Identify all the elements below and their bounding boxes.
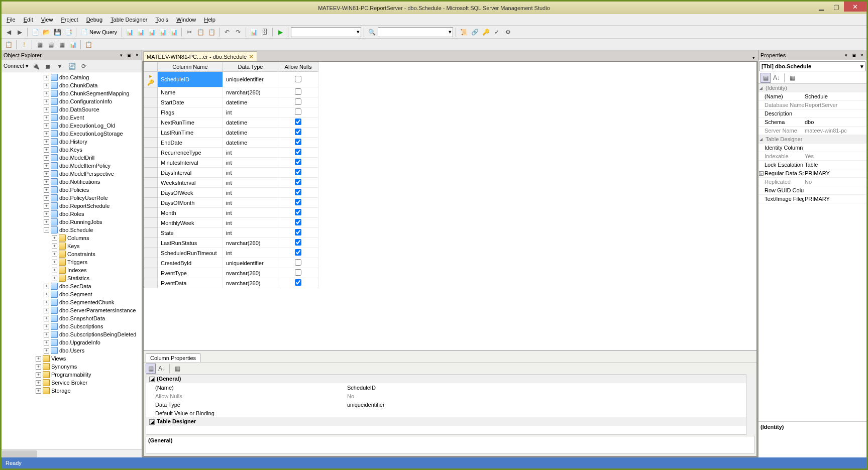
expand-icon[interactable]: − (44, 227, 49, 233)
allow-nulls-checkbox[interactable] (295, 88, 301, 95)
new-project-icon[interactable]: 📄 (30, 27, 40, 37)
column-name-cell[interactable]: EndDate (158, 138, 223, 148)
results-icon[interactable]: ▦ (57, 40, 67, 50)
allow-nulls-checkbox[interactable] (295, 209, 301, 215)
table-row[interactable]: StartDatedatetime (144, 97, 752, 107)
expand-icon[interactable]: + (44, 163, 49, 169)
expand-icon[interactable]: + (44, 211, 49, 217)
tree-folder[interactable]: +Keys (2, 242, 142, 250)
expand-icon[interactable]: + (44, 340, 49, 345)
table-designer-grid[interactable]: Column Name Data Type Allow Nulls ▸🔑Sche… (143, 61, 751, 351)
tree-table[interactable]: +dbo.Roles (2, 210, 142, 218)
tree-table[interactable]: +dbo.Segment (2, 290, 142, 298)
column-properties-grid[interactable]: ◢(General) (Name)ScheduleID Allow NullsN… (146, 374, 746, 408)
relations-icon[interactable]: 🔗 (470, 27, 480, 37)
close-panel-icon[interactable]: ✕ (134, 52, 141, 59)
allow-nulls-checkbox[interactable] (295, 249, 301, 256)
paste-icon[interactable]: 📋 (206, 27, 216, 37)
row-header[interactable] (144, 97, 158, 107)
column-name-cell[interactable]: LastRunTime (158, 128, 223, 138)
expand-icon[interactable]: + (44, 99, 49, 104)
expand-icon[interactable]: + (44, 131, 49, 137)
tree-folder[interactable]: +Constraints (2, 250, 142, 258)
nav-fwd-icon[interactable]: ▶ (15, 27, 25, 37)
column-name-cell[interactable]: DaysOfWeek (158, 188, 223, 198)
undo-icon[interactable]: ↶ (222, 27, 232, 37)
allow-nulls-cell[interactable] (278, 72, 318, 87)
expand-icon[interactable]: + (44, 324, 49, 329)
allow-nulls-cell[interactable] (278, 97, 318, 107)
column-name-cell[interactable]: Name (158, 87, 223, 97)
text-icon[interactable]: ▤ (46, 40, 56, 50)
dropdown-icon[interactable]: ▾ (118, 52, 125, 59)
filter-icon[interactable]: ▼ (55, 61, 65, 71)
sync-icon[interactable]: ⟳ (79, 61, 89, 71)
allow-nulls-checkbox[interactable] (295, 76, 301, 82)
row-header[interactable] (144, 268, 158, 278)
tree-table[interactable]: +dbo.ConfigurationInfo (2, 97, 142, 105)
table-row[interactable]: ▸🔑ScheduleIDuniqueidentifier (144, 72, 752, 87)
tree-table[interactable]: +dbo.RunningJobs (2, 218, 142, 226)
column-type-cell[interactable]: int (223, 158, 278, 168)
tree-folder[interactable]: +Views (2, 355, 142, 363)
expand-icon[interactable]: + (44, 107, 49, 112)
col-header-name[interactable]: Column Name (158, 62, 223, 72)
document-tab[interactable]: MATEEV-WIN81-PC....er - dbo.Schedule ✕ (143, 51, 257, 61)
allow-nulls-checkbox[interactable] (295, 159, 301, 165)
expand-icon[interactable]: + (52, 276, 57, 281)
menu-table-designer[interactable]: Table Designer (107, 16, 150, 24)
column-type-cell[interactable]: uniqueidentifier (223, 72, 278, 87)
tree-table[interactable]: +dbo.ServerParametersInstance (2, 306, 142, 314)
allow-nulls-cell[interactable] (278, 218, 318, 228)
allow-nulls-cell[interactable] (278, 268, 318, 278)
column-type-cell[interactable]: nvarchar(260) (223, 278, 278, 288)
menu-file[interactable]: File (4, 16, 19, 24)
table-row[interactable]: MinutesIntervalint (144, 158, 752, 168)
table-row[interactable]: DaysIntervalint (144, 168, 752, 178)
expand-icon[interactable]: + (44, 155, 49, 161)
tree-folder[interactable]: +Service Broker (2, 379, 142, 387)
row-header[interactable] (144, 228, 158, 238)
tree-table[interactable]: +dbo.SegmentedChunk (2, 298, 142, 306)
tree-table[interactable]: +dbo.ModelPerspective (2, 170, 142, 178)
expand-icon[interactable]: + (44, 332, 49, 337)
allow-nulls-cell[interactable] (278, 168, 318, 178)
column-name-cell[interactable]: NextRunTime (158, 118, 223, 128)
menu-tools[interactable]: Tools (152, 16, 171, 24)
vertical-scrollbar[interactable] (746, 374, 751, 408)
menu-project[interactable]: Project (58, 16, 81, 24)
table-row[interactable]: EventDatanvarchar(260) (144, 278, 752, 288)
column-name-cell[interactable]: CreatedById (158, 258, 223, 268)
column-name-cell[interactable]: DaysInterval (158, 168, 223, 178)
registered-icon[interactable]: 🗄 (260, 27, 270, 37)
column-name-cell[interactable]: StartDate (158, 97, 223, 107)
grid-icon[interactable]: ▦ (35, 40, 45, 50)
column-type-cell[interactable]: datetime (223, 118, 278, 128)
table-row[interactable]: RecurrenceTypeint (144, 148, 752, 158)
stop-icon[interactable]: ◼ (43, 61, 53, 71)
column-properties-tab[interactable]: Column Properties (146, 354, 200, 362)
row-header[interactable] (144, 158, 158, 168)
expand-icon[interactable]: + (52, 260, 57, 265)
table-row[interactable]: Monthint (144, 208, 752, 218)
column-name-cell[interactable]: MonthlyWeek (158, 218, 223, 228)
expand-icon[interactable]: + (52, 268, 57, 273)
allow-nulls-cell[interactable] (278, 258, 318, 268)
tree-folder[interactable]: +Programmability (2, 371, 142, 379)
tree-table[interactable]: +dbo.UpgradeInfo (2, 338, 142, 346)
allow-nulls-checkbox[interactable] (295, 139, 301, 145)
column-type-cell[interactable]: int (223, 148, 278, 158)
row-header[interactable] (144, 128, 158, 138)
tree-folder[interactable]: +Statistics (2, 274, 142, 282)
table-row[interactable]: MonthlyWeekint (144, 218, 752, 228)
continue-icon[interactable]: ▶ (275, 27, 285, 37)
expand-icon[interactable]: + (36, 364, 41, 370)
column-name-cell[interactable]: Month (158, 208, 223, 218)
table-row[interactable]: EventTypenvarchar(260) (144, 268, 752, 278)
expand-icon[interactable]: + (44, 348, 49, 354)
tree-table[interactable]: +dbo.DataSource (2, 105, 142, 113)
allow-nulls-checkbox[interactable] (295, 108, 301, 115)
column-type-cell[interactable]: int (223, 188, 278, 198)
db-engine-icon[interactable]: 📊 (125, 27, 135, 37)
column-type-cell[interactable]: int (223, 178, 278, 188)
